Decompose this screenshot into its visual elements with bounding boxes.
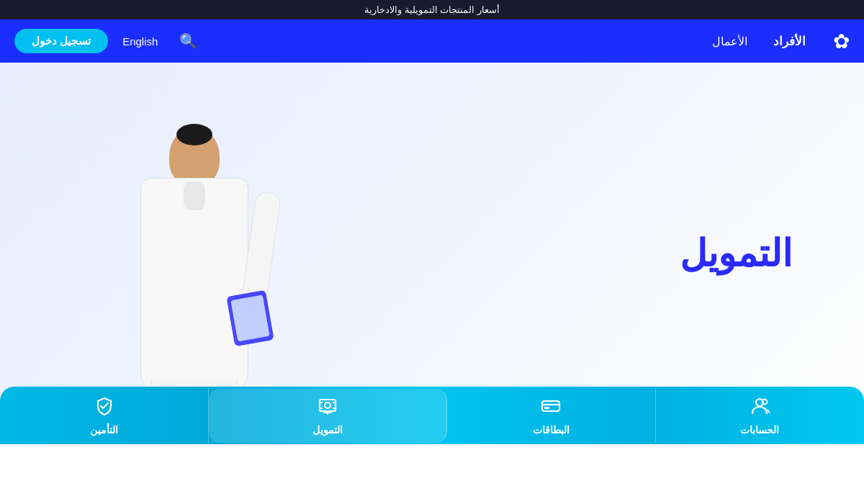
svg-rect-4 bbox=[544, 407, 549, 409]
hero-section: التمويل الحسابات bbox=[0, 63, 864, 444]
announcement-text: أسعار المنتجات التمويلية والادخارية bbox=[364, 4, 500, 15]
person-collar bbox=[184, 181, 205, 210]
hero-title: التمويل bbox=[680, 232, 792, 275]
finance-icon bbox=[318, 396, 338, 421]
accounts-label: الحسابات bbox=[740, 424, 779, 436]
accounts-icon bbox=[750, 396, 770, 421]
main-nav: ✿ الأفراد الأعمال 🔍 English تسجيل دخول bbox=[0, 19, 864, 63]
person-head bbox=[169, 127, 220, 185]
bottom-nav-accounts[interactable]: الحسابات bbox=[656, 389, 864, 443]
cards-label: البطاقات bbox=[533, 424, 570, 436]
finance-label: التمويل bbox=[312, 424, 343, 436]
login-button[interactable]: تسجيل دخول bbox=[14, 29, 108, 53]
bottom-nav-finance[interactable]: التمويل bbox=[209, 389, 446, 443]
search-icon[interactable]: 🔍 bbox=[172, 32, 204, 50]
nav-link-individuals[interactable]: الأفراد bbox=[768, 34, 811, 49]
insurance-label: التأمين bbox=[90, 424, 118, 436]
person-tablet bbox=[226, 290, 274, 346]
brand-logo-icon[interactable]: ✿ bbox=[833, 30, 850, 53]
person-robe bbox=[140, 178, 248, 394]
nav-right: ✿ الأفراد الأعمال bbox=[706, 30, 850, 53]
nav-link-business[interactable]: الأعمال bbox=[706, 35, 753, 48]
svg-point-6 bbox=[325, 402, 330, 408]
language-toggle[interactable]: English bbox=[108, 35, 172, 48]
insurance-icon bbox=[94, 396, 114, 421]
nav-left: 🔍 English تسجيل دخول bbox=[14, 29, 204, 53]
announcement-bar: أسعار المنتجات التمويلية والادخارية bbox=[0, 0, 864, 19]
svg-rect-2 bbox=[542, 401, 559, 411]
bottom-nav: الحسابات البطاقات bbox=[0, 387, 864, 444]
svg-rect-5 bbox=[320, 400, 336, 411]
bottom-nav-insurance[interactable]: التأمين bbox=[0, 389, 209, 443]
cards-icon bbox=[541, 396, 561, 421]
bottom-nav-cards[interactable]: البطاقات bbox=[447, 389, 656, 443]
